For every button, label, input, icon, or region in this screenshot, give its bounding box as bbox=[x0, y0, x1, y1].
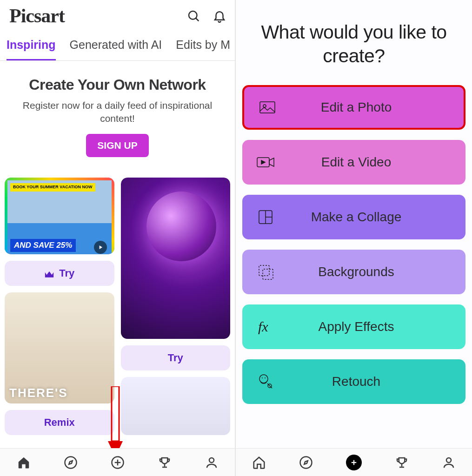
option-label: Apply Effects bbox=[289, 319, 465, 334]
fx-icon: fx bbox=[242, 316, 289, 338]
bottom-nav bbox=[0, 448, 235, 476]
retouch-icon bbox=[242, 370, 289, 393]
create-options: Edit a Photo Edit a Video Make a Collage… bbox=[236, 85, 472, 404]
option-edit-video[interactable]: Edit a Video bbox=[242, 140, 465, 185]
card-image: BOOK YOUR SUMMER VACATION NOW AND SAVE 2… bbox=[5, 178, 114, 254]
photo-icon bbox=[244, 96, 291, 119]
svg-rect-20 bbox=[263, 269, 273, 279]
option-make-collage[interactable]: Make a Collage bbox=[242, 195, 465, 239]
feed-card[interactable] bbox=[121, 377, 231, 435]
hero-title: Create Your Own Network bbox=[9, 76, 226, 93]
svg-point-4 bbox=[65, 456, 76, 468]
try-button[interactable]: Try bbox=[121, 345, 231, 370]
option-label: Edit a Video bbox=[289, 155, 465, 170]
tab-inspiring[interactable]: Inspiring bbox=[7, 38, 56, 60]
header-actions bbox=[186, 9, 226, 23]
app-logo: Picsart bbox=[9, 5, 65, 27]
create-title: What would you like to create? bbox=[236, 0, 472, 85]
video-icon bbox=[242, 151, 289, 173]
bell-icon[interactable] bbox=[213, 9, 226, 23]
nav-home-icon[interactable] bbox=[17, 456, 31, 469]
card-image bbox=[121, 178, 231, 339]
option-edit-photo[interactable]: Edit a Photo bbox=[242, 85, 465, 130]
try-button[interactable]: Try bbox=[5, 261, 114, 286]
svg-point-11 bbox=[209, 458, 214, 463]
remix-button[interactable]: Remix bbox=[5, 410, 114, 435]
nav-challenges-icon[interactable] bbox=[395, 456, 409, 469]
nav-challenges-icon[interactable] bbox=[158, 456, 172, 469]
svg-rect-12 bbox=[260, 102, 275, 113]
svg-line-1 bbox=[196, 18, 199, 21]
nav-discover-icon[interactable] bbox=[299, 456, 313, 469]
collage-icon bbox=[242, 206, 289, 228]
svg-point-0 bbox=[189, 11, 197, 20]
svg-marker-5 bbox=[69, 461, 73, 464]
svg-point-23 bbox=[262, 377, 263, 378]
nav-create-icon[interactable] bbox=[346, 455, 362, 470]
feed-tabs: Inspiring Generated with AI Edits by M bbox=[0, 32, 235, 61]
search-icon[interactable] bbox=[186, 9, 200, 23]
tab-edits[interactable]: Edits by M bbox=[176, 38, 230, 60]
svg-text:fx: fx bbox=[258, 319, 268, 334]
bottom-nav bbox=[236, 448, 472, 476]
option-backgrounds[interactable]: Backgrounds bbox=[242, 250, 465, 294]
svg-point-26 bbox=[300, 456, 312, 468]
hero-subtitle: Register now for a daily feed of inspira… bbox=[9, 99, 226, 126]
promo-text-bottom: AND SAVE 25% bbox=[10, 239, 76, 252]
option-retouch[interactable]: Retouch bbox=[242, 359, 465, 404]
crown-icon bbox=[44, 269, 54, 278]
play-icon bbox=[94, 241, 107, 254]
create-menu-screen: What would you like to create? Edit a Ph… bbox=[236, 0, 472, 476]
svg-rect-19 bbox=[259, 265, 269, 276]
option-label: Make a Collage bbox=[289, 210, 465, 225]
svg-point-32 bbox=[446, 458, 451, 463]
svg-point-24 bbox=[265, 377, 266, 378]
header: Picsart bbox=[0, 0, 235, 32]
feed-card[interactable]: BOOK YOUR SUMMER VACATION NOW AND SAVE 2… bbox=[5, 178, 114, 254]
svg-marker-27 bbox=[304, 461, 308, 464]
svg-point-22 bbox=[259, 375, 268, 383]
option-label: Edit a Photo bbox=[291, 100, 464, 115]
option-label: Retouch bbox=[289, 374, 465, 389]
svg-point-13 bbox=[263, 105, 266, 107]
feed-card[interactable] bbox=[121, 178, 231, 339]
bg-icon bbox=[242, 261, 289, 283]
tab-generated-ai[interactable]: Generated with AI bbox=[70, 38, 162, 60]
nav-create-icon[interactable] bbox=[111, 456, 125, 469]
option-label: Backgrounds bbox=[289, 264, 465, 279]
nav-profile-icon[interactable] bbox=[442, 456, 456, 469]
nav-home-icon[interactable] bbox=[252, 456, 266, 469]
nav-profile-icon[interactable] bbox=[205, 456, 219, 469]
hero-banner: Create Your Own Network Register now for… bbox=[0, 61, 235, 165]
option-apply-effects[interactable]: fx Apply Effects bbox=[242, 304, 465, 349]
card-image bbox=[121, 377, 231, 435]
signup-button[interactable]: SIGN UP bbox=[86, 134, 148, 157]
promo-text-top: BOOK YOUR SUMMER VACATION NOW bbox=[10, 183, 95, 192]
try-label: Try bbox=[59, 267, 74, 279]
feed-card[interactable]: THERE'S bbox=[5, 292, 114, 403]
card-overlay-text: THERE'S bbox=[9, 386, 68, 400]
svg-marker-15 bbox=[261, 160, 265, 164]
nav-discover-icon[interactable] bbox=[64, 456, 78, 469]
feed-grid: BOOK YOUR SUMMER VACATION NOW AND SAVE 2… bbox=[0, 165, 235, 435]
card-image: THERE'S bbox=[5, 292, 114, 403]
feed-screen: Picsart Inspiring Generated with AI Edit… bbox=[0, 0, 236, 476]
